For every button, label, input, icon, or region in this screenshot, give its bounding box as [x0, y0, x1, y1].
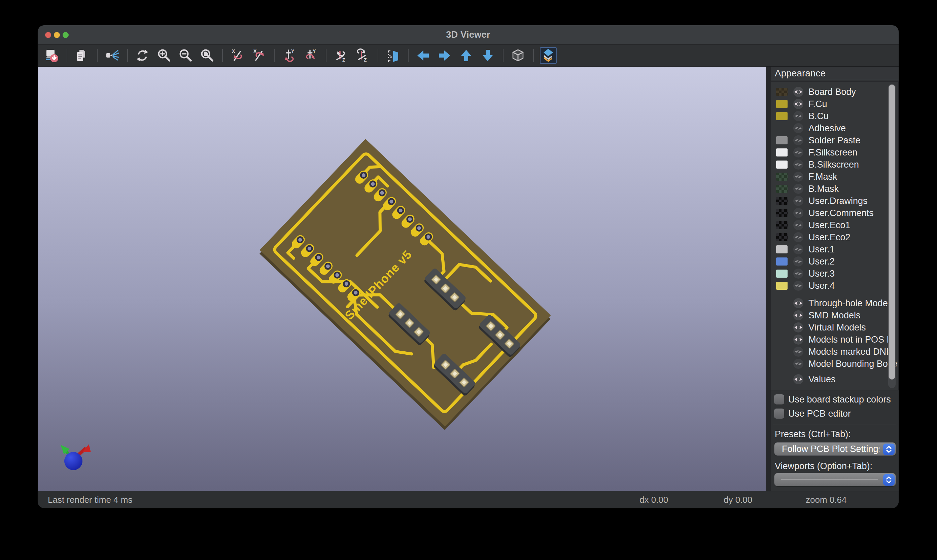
move-down-button[interactable] — [479, 47, 496, 64]
eye-open-icon — [793, 334, 804, 345]
layer-row[interactable]: Models not in POS Fi — [771, 334, 898, 346]
presets-dropdown-button[interactable] — [883, 443, 895, 455]
layer-color-swatch[interactable] — [776, 88, 788, 96]
visibility-off-toggle[interactable] — [793, 135, 804, 146]
checkbox-label: Use PCB editor — [788, 409, 851, 419]
layer-color-swatch[interactable] — [776, 245, 788, 254]
rotate-y-clockwise-button[interactable]: Y — [281, 47, 297, 64]
layer-color-swatch[interactable] — [776, 148, 788, 157]
rotate-z-counterclockwise-button[interactable]: Z — [354, 47, 371, 64]
copy-image-button[interactable] — [73, 47, 90, 64]
layer-color-swatch[interactable] — [776, 209, 788, 217]
layer-color-swatch[interactable] — [776, 282, 788, 290]
visibility-off-toggle[interactable] — [793, 346, 804, 357]
visibility-off-toggle[interactable] — [793, 208, 804, 218]
layer-row[interactable]: User.Eco2 — [771, 231, 898, 243]
move-right-button[interactable] — [436, 47, 453, 64]
layer-row[interactable]: B.Mask — [771, 183, 898, 195]
visibility-on-toggle[interactable] — [793, 86, 804, 97]
visibility-on-toggle[interactable] — [793, 310, 804, 321]
layer-row[interactable]: Solder Paste — [771, 134, 898, 146]
move-left-button[interactable] — [415, 47, 431, 64]
layer-row[interactable]: User.4 — [771, 280, 898, 292]
layer-row[interactable]: User.3 — [771, 268, 898, 280]
visibility-on-toggle[interactable] — [793, 322, 804, 333]
visibility-off-toggle[interactable] — [793, 220, 804, 231]
layer-row[interactable]: Virtual Models — [771, 322, 898, 334]
viewports-dropdown-button[interactable] — [883, 474, 895, 486]
layer-row[interactable]: User.1 — [771, 243, 898, 255]
rotate-x-counterclockwise-button[interactable]: X — [251, 47, 267, 64]
layer-row[interactable]: Board Body — [771, 86, 898, 98]
rotate-x-clockwise-button[interactable]: X — [229, 47, 246, 64]
layer-row[interactable]: Models marked DNP — [771, 346, 898, 358]
layer-row[interactable]: F.Cu — [771, 98, 898, 110]
visibility-off-toggle[interactable] — [793, 147, 804, 158]
visibility-on-toggle[interactable] — [793, 98, 804, 109]
viewports-dropdown[interactable] — [774, 473, 896, 486]
layer-color-swatch[interactable] — [776, 160, 788, 169]
move-up-button[interactable] — [458, 47, 475, 64]
visibility-off-toggle[interactable] — [793, 111, 804, 122]
layer-color-swatch[interactable] — [776, 269, 788, 278]
checkbox[interactable] — [774, 394, 784, 405]
layer-color-swatch[interactable] — [776, 221, 788, 229]
zoom-to-fit-button[interactable] — [198, 47, 215, 64]
layer-color-swatch[interactable] — [776, 233, 788, 241]
projection-cube-button[interactable] — [509, 47, 526, 64]
visibility-off-toggle[interactable] — [793, 268, 804, 279]
layer-row[interactable]: User.Comments — [771, 207, 898, 219]
layer-row[interactable]: Values — [771, 373, 898, 385]
zoom-in-button[interactable] — [155, 47, 172, 64]
list-scrollbar-thumb[interactable] — [889, 85, 895, 380]
layer-row[interactable]: B.Cu — [771, 110, 898, 122]
layer-row[interactable]: F.Mask — [771, 171, 898, 183]
rotate-z-clockwise-button[interactable]: Z — [332, 47, 349, 64]
layer-row[interactable]: User.Eco1 — [771, 219, 898, 231]
layer-color-swatch[interactable] — [776, 257, 788, 266]
layer-row[interactable]: User.2 — [771, 255, 898, 268]
visibility-off-toggle[interactable] — [793, 232, 804, 243]
layer-row[interactable]: F.Silkscreen — [771, 146, 898, 158]
layer-color-swatch[interactable] — [776, 197, 788, 205]
visibility-off-toggle[interactable] — [793, 195, 804, 206]
layer-color-swatch[interactable] — [776, 112, 788, 120]
titlebar[interactable]: 3D Viewer — [38, 25, 899, 45]
layer-row[interactable]: User.Drawings — [771, 195, 898, 207]
visibility-off-toggle[interactable] — [793, 256, 804, 267]
redraw-view-button[interactable] — [134, 47, 151, 64]
flip-board-button[interactable] — [385, 47, 401, 64]
layer-row[interactable]: SMD Models — [771, 309, 898, 322]
visibility-off-toggle[interactable] — [793, 171, 804, 182]
visibility-off-toggle[interactable] — [793, 280, 804, 291]
checkbox[interactable] — [774, 409, 784, 418]
rotate-y-counterclockwise-button[interactable]: Y — [302, 47, 319, 64]
visibility-off-toggle[interactable] — [793, 183, 804, 194]
reload-board-button[interactable] — [43, 47, 60, 64]
visibility-off-toggle[interactable] — [793, 123, 804, 134]
appearance-layers-button[interactable] — [540, 47, 557, 64]
render-raytracing-button[interactable] — [104, 47, 120, 64]
list-scrollbar[interactable] — [888, 84, 895, 388]
layer-row[interactable]: Model Bounding Boxe — [771, 358, 898, 370]
layer-color-swatch[interactable] — [776, 100, 788, 108]
layer-row[interactable]: B.Silkscreen — [771, 158, 898, 171]
visibility-on-toggle[interactable] — [793, 374, 804, 385]
reload-board-icon — [44, 48, 59, 63]
viewport-3d[interactable]: SmellPhone v5 — [38, 67, 766, 491]
layer-color-swatch[interactable] — [776, 136, 788, 145]
up-down-chevrons-icon — [885, 445, 893, 453]
layer-color-swatch[interactable] — [776, 185, 788, 193]
visibility-on-toggle[interactable] — [793, 334, 804, 345]
visibility-off-toggle[interactable] — [793, 244, 804, 255]
zoom-out-button[interactable] — [177, 47, 194, 64]
presets-dropdown[interactable]: Follow PCB Plot Settings — [774, 442, 896, 456]
visibility-on-toggle[interactable] — [793, 298, 804, 309]
visibility-off-toggle[interactable] — [793, 159, 804, 170]
visibility-off-toggle[interactable] — [793, 358, 804, 369]
toolbar-separator — [408, 49, 409, 62]
layer-color-swatch[interactable] — [776, 173, 788, 181]
layer-row[interactable]: Through-hole Models — [771, 297, 898, 309]
eye-open-icon — [793, 310, 804, 321]
layer-row[interactable]: Adhesive — [771, 122, 898, 134]
